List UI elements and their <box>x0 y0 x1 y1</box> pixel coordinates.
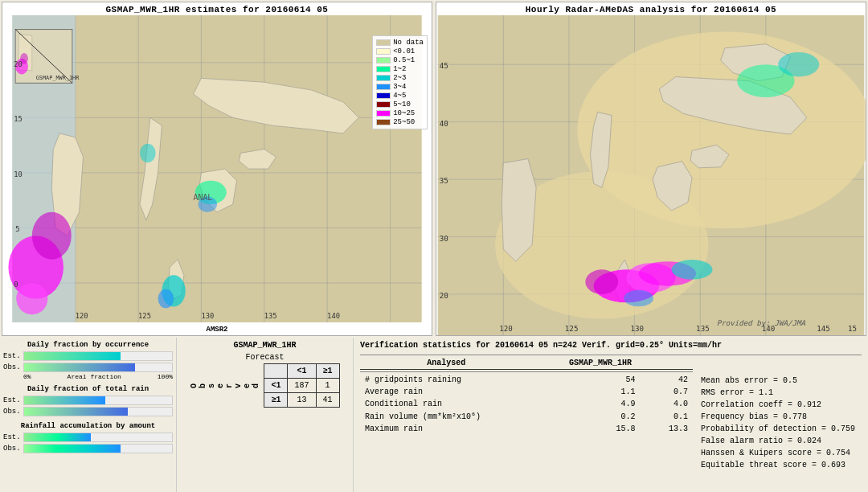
legend-1-2: 1~2 <box>376 65 424 73</box>
axis-label: Areal fraction <box>68 373 121 380</box>
legend-label-2-3: 2~3 <box>393 74 406 82</box>
legend-3-4: 3~4 <box>376 83 424 91</box>
legend-10-25: 10~25 <box>376 109 424 117</box>
stats-row-val1: 15.8 <box>588 423 640 435</box>
svg-text:120: 120 <box>499 324 513 333</box>
maps-row: GSMAP_MWR_1HR estimates for 20160614 05 <box>0 0 868 338</box>
svg-text:45: 45 <box>440 61 448 70</box>
right-map-title: Hourly Radar-AMeDAS analysis for 2016061… <box>436 2 866 15</box>
legend-2-3: 2~3 <box>376 74 424 82</box>
score-line: Mean abs error = 0.5 <box>701 376 862 385</box>
bottom-row: Daily fraction by occurrence Est. Obs. 0… <box>0 338 868 492</box>
rain-obs-bar-fill <box>24 408 128 416</box>
svg-text:125: 125 <box>138 312 151 320</box>
rain-est-label: Est. <box>3 396 23 404</box>
axis-0: 0% <box>23 373 31 380</box>
svg-text:ANAL: ANAL <box>194 193 213 202</box>
svg-text:130: 130 <box>201 312 214 320</box>
stats-row-label: # gridpoints raining <box>360 374 588 386</box>
svg-text:120: 120 <box>76 312 88 320</box>
legend-05-1: 0.5~1 <box>376 56 424 64</box>
acc-est-bar-fill <box>24 433 91 441</box>
bottom-center: GSMAP_MWR_1HR Forecast Observed <1 ≥1 <1… <box>177 338 354 492</box>
stats-row-label: Average rain <box>360 386 588 398</box>
svg-text:20: 20 <box>440 291 448 300</box>
rain-obs-bar-container <box>23 407 173 416</box>
val-ge1-lt1: 13 <box>288 393 316 408</box>
svg-point-67 <box>585 269 618 294</box>
stats-data-row: # gridpoints raining5442 <box>360 374 693 386</box>
score-line: Equitable threat score = 0.693 <box>701 461 862 469</box>
val-lt1-lt1: 187 <box>288 379 316 393</box>
occurrence-chart-title: Daily fraction by occurrence <box>3 341 173 349</box>
svg-point-23 <box>158 289 174 309</box>
legend-color-10-25 <box>376 110 391 117</box>
obs-label: Obs. <box>3 363 23 371</box>
observed-label: Observed <box>190 382 260 388</box>
svg-text:0: 0 <box>14 281 18 289</box>
divider <box>360 355 862 355</box>
legend-label-10-25: 10~25 <box>393 109 415 117</box>
score-line: Frequency bias = 0.778 <box>701 412 862 421</box>
rain-chart: Est. Obs. <box>3 395 173 417</box>
acc-est-label: Est. <box>3 433 23 441</box>
est-bar-container <box>23 351 173 361</box>
empty-header <box>264 364 288 379</box>
legend-nodata: No data <box>376 39 424 47</box>
col-lt1: <1 <box>288 364 316 379</box>
svg-text:40: 40 <box>440 119 448 128</box>
row-ge1-header: ≥1 <box>264 393 288 408</box>
obs-bar-fill <box>24 363 135 371</box>
rain-obs-label: Obs. <box>3 408 23 416</box>
stats-row-label: Maximum rain <box>360 423 588 435</box>
score-line: RMS error = 1.1 <box>701 388 862 397</box>
stats-data-row: Conditional rain4.94.0 <box>360 398 693 410</box>
stats-data-row: Maximum rain15.813.3 <box>360 423 693 435</box>
acc-est-bar-container <box>23 433 173 442</box>
svg-text:GSMAP_MWR_1HR: GSMAP_MWR_1HR <box>36 75 80 81</box>
right-map-area: 45 40 35 30 20 120 125 130 135 140 145 1… <box>436 15 866 335</box>
svg-point-26 <box>140 144 156 163</box>
acc-obs-bar-container <box>23 444 173 453</box>
stats-scores: Mean abs error = 0.5RMS error = 1.1Corre… <box>701 357 862 489</box>
stats-row-label: Rain volume (mm*km²x10⁶) <box>360 410 588 423</box>
svg-point-21 <box>16 283 47 314</box>
amsr2-label: AMSR2 <box>203 324 231 335</box>
legend-label-nodata: No data <box>393 39 424 47</box>
est-bar-fill <box>24 352 121 360</box>
legend-001: <0.01 <box>376 47 424 55</box>
occurrence-chart: Est. Obs. 0% Areal fraction 100% <box>3 351 173 380</box>
stats-row-val1: 54 <box>588 374 640 386</box>
stats-table-area: Analysed GSMAP_MWR_1HR # gridpoints rain… <box>360 357 693 489</box>
legend-label-3-4: 3~4 <box>393 83 406 91</box>
legend-label-4-5: 4~5 <box>393 92 406 100</box>
stats-header-row: Analysed GSMAP_MWR_1HR <box>360 357 693 370</box>
stats-row-val2: 13.3 <box>641 423 693 435</box>
left-map-title: GSMAP_MWR_1HR estimates for 20160614 05 <box>2 2 432 15</box>
svg-text:125: 125 <box>565 324 579 333</box>
right-map-panel: Hourly Radar-AMeDAS analysis for 2016061… <box>436 2 866 336</box>
svg-text:5: 5 <box>15 225 19 233</box>
stats-data-row: Rain volume (mm*km²x10⁶)0.20.1 <box>360 410 693 423</box>
stats-col0-header <box>360 357 385 370</box>
stats-row-label: Conditional rain <box>360 398 588 410</box>
rain-chart-title: Daily fraction of total rain <box>3 385 173 393</box>
left-map-panel: GSMAP_MWR_1HR estimates for 20160614 05 <box>2 2 432 336</box>
legend-label-5-10: 5~10 <box>393 100 411 109</box>
stats-main: Analysed GSMAP_MWR_1HR # gridpoints rain… <box>360 357 862 489</box>
row-lt1: <1 187 1 <box>264 379 339 393</box>
accumulation-chart: Est. Obs. <box>3 432 173 454</box>
bottom-right: Verification statistics for 20160614 05 … <box>354 338 868 492</box>
stats-data-row: Average rain1.10.7 <box>360 386 693 398</box>
stats-table: Analysed GSMAP_MWR_1HR <box>360 357 693 370</box>
row-ge1: ≥1 13 41 <box>264 393 339 408</box>
legend-color-25-50 <box>376 119 391 125</box>
acc-obs-bar-row: Obs. <box>3 444 173 453</box>
legend-label-1-2: 1~2 <box>393 65 406 73</box>
rain-est-bar-fill <box>24 396 105 404</box>
stats-row-val1: 1.1 <box>588 386 640 398</box>
acc-est-bar-row: Est. <box>3 433 173 442</box>
svg-point-69 <box>672 260 713 279</box>
acc-obs-label: Obs. <box>3 445 23 453</box>
col-ge1: ≥1 <box>316 364 339 379</box>
